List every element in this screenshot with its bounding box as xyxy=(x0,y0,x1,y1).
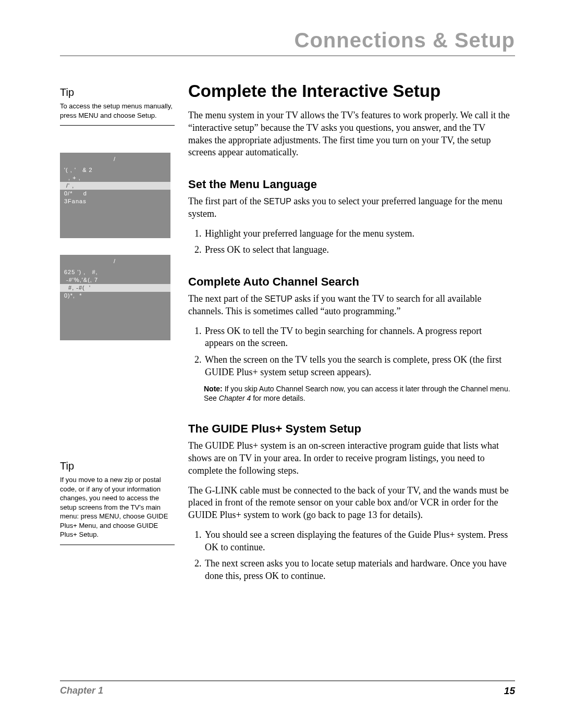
text: The first part of the xyxy=(188,196,263,206)
figure-row: 625 ') , #, xyxy=(60,268,170,276)
section-heading: Set the Menu Language xyxy=(188,178,511,191)
section-paragraph: The GUIDE Plus+ system is an on-screen i… xyxy=(188,440,511,477)
footer-row: Chapter 1 15 xyxy=(60,685,515,697)
figure-row: , + , xyxy=(60,174,170,182)
list-item: Press OK to tell the TV to begin searchi… xyxy=(204,325,511,350)
note-ref: Chapter 4 xyxy=(219,394,251,402)
keyword-setup: SETUP xyxy=(263,197,291,206)
sidebar: Tip To access the setup menus manually, … xyxy=(60,81,175,587)
tip-heading: Tip xyxy=(60,87,175,98)
tip-separator xyxy=(60,125,175,126)
text: The next part of the xyxy=(188,293,264,304)
tip-separator xyxy=(60,545,175,545)
tip-heading: Tip xyxy=(60,460,175,472)
note-label: Note: xyxy=(204,385,223,393)
chapter-label: Chapter 1 xyxy=(60,685,103,697)
figure-row: 0/* d xyxy=(60,190,170,198)
page-footer: Chapter 1 15 xyxy=(60,681,515,697)
section-paragraph: The G-LINK cable must be connected to th… xyxy=(188,485,511,522)
ordered-list: You should see a screen displaying the f… xyxy=(188,529,511,583)
document-page: Connections & Setup Tip To access the se… xyxy=(0,0,563,728)
footer-rule xyxy=(60,681,515,681)
tip-body: If you move to a new zip or postal code,… xyxy=(60,475,175,539)
figure-auto-channel: / 625 ') , #, -#'%,'&(, 7 #, -#( ' 0)*, … xyxy=(60,255,170,340)
figure-row: 0)*, * xyxy=(60,292,170,300)
sidebar-spacer xyxy=(60,340,175,455)
figure-tab: / xyxy=(60,156,170,162)
note: Note: If you skip Auto Channel Search no… xyxy=(204,384,511,404)
figure-setup-language: / '( , ' & 2 , + , /' , 0/* d 3Fanas xyxy=(60,153,170,238)
list-item: When the screen on the TV tells you the … xyxy=(204,354,511,379)
section-paragraph: The next part of the SETUP asks if you w… xyxy=(188,293,511,318)
figure-tab: / xyxy=(60,258,170,264)
ordered-list: Highlight your preferred language for th… xyxy=(188,228,511,257)
page-title: Complete the Interactive Setup xyxy=(188,81,511,101)
figure-row: 3Fanas xyxy=(60,198,170,205)
figure-row-selected: /' , xyxy=(60,182,170,190)
page-number: 15 xyxy=(504,685,515,697)
section-heading: Complete Auto Channel Search xyxy=(188,275,511,289)
intro-paragraph: The menu system in your TV allows the TV… xyxy=(188,109,511,159)
figure-row-selected: #, -#( ' xyxy=(60,284,170,292)
list-item: The next screen asks you to locate setup… xyxy=(204,558,511,583)
keyword-setup: SETUP xyxy=(264,294,292,303)
figure-row: -#'%,'&(, 7 xyxy=(60,276,170,284)
header-rule xyxy=(60,55,515,56)
list-item: Highlight your preferred language for th… xyxy=(204,228,511,240)
section-paragraph: The first part of the SETUP asks you to … xyxy=(188,195,511,220)
content-columns: Tip To access the setup menus manually, … xyxy=(60,81,515,587)
list-item: You should see a screen displaying the f… xyxy=(204,529,511,554)
main-content: Complete the Interactive Setup The menu … xyxy=(188,81,515,587)
section-heading: The GUIDE Plus+ System Setup xyxy=(188,422,511,436)
figure-row: '( , ' & 2 xyxy=(60,166,170,174)
list-item: Press OK to select that language. xyxy=(204,244,511,256)
ordered-list: Press OK to tell the TV to begin searchi… xyxy=(188,325,511,379)
tip-body: To access the setup menus manually, pres… xyxy=(60,102,175,120)
note-text: for more details. xyxy=(251,394,305,402)
page-header: Connections & Setup xyxy=(60,29,515,52)
